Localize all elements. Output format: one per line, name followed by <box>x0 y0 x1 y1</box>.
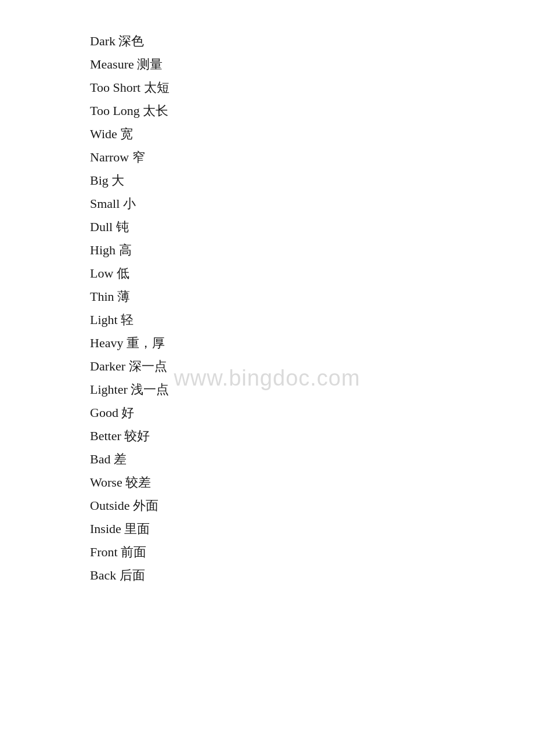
vocab-item: Darker 深一点 <box>90 360 534 373</box>
vocab-item: Better 较好 <box>90 430 534 442</box>
vocab-item: Front 前面 <box>90 546 534 559</box>
vocab-item: Dark 深色 <box>90 35 534 48</box>
vocab-list: Dark 深色Measure 测量Too Short 太短Too Long 太长… <box>90 35 534 582</box>
vocab-item: Lighter 浅一点 <box>90 383 534 396</box>
vocab-item: Thin 薄 <box>90 290 534 303</box>
vocab-item: Bad 差 <box>90 453 534 466</box>
vocab-item: Outside 外面 <box>90 499 534 512</box>
vocab-item: Good 好 <box>90 406 534 419</box>
vocab-item: Measure 测量 <box>90 58 534 71</box>
vocab-item: Too Short 太短 <box>90 81 534 94</box>
vocab-item: Narrow 窄 <box>90 151 534 164</box>
vocab-item: Too Long 太长 <box>90 105 534 117</box>
vocab-item: High 高 <box>90 244 534 257</box>
vocab-item: Heavy 重，厚 <box>90 337 534 350</box>
vocab-item: Small 小 <box>90 197 534 210</box>
vocab-item: Dull 钝 <box>90 221 534 233</box>
vocab-item: Big 大 <box>90 174 534 187</box>
content-area: Dark 深色Measure 测量Too Short 太短Too Long 太长… <box>0 0 534 627</box>
vocab-item: Wide 宽 <box>90 128 534 141</box>
vocab-item: Light 轻 <box>90 314 534 326</box>
vocab-item: Low 低 <box>90 267 534 280</box>
vocab-item: Back 后面 <box>90 569 534 582</box>
vocab-item: Worse 较差 <box>90 476 534 489</box>
vocab-item: Inside 里面 <box>90 523 534 535</box>
